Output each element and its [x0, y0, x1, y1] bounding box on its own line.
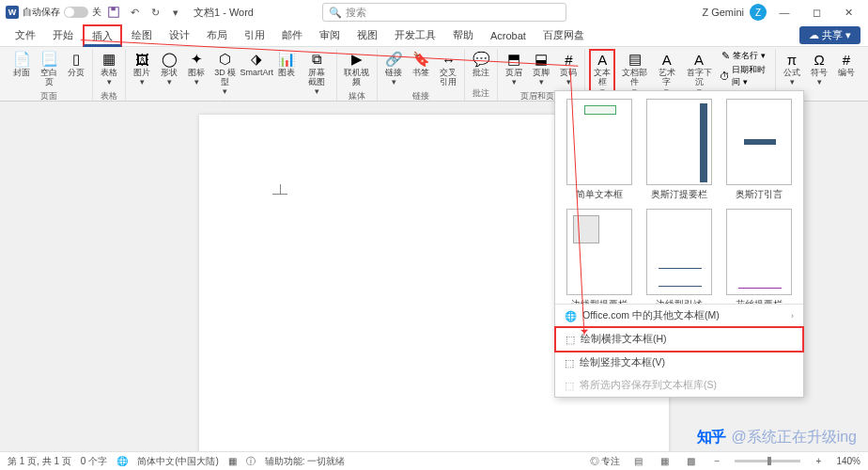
- status-accessibility[interactable]: 辅助功能: 一切就绪: [265, 455, 346, 468]
- tab-开始[interactable]: 开始: [45, 25, 81, 45]
- save-icon[interactable]: [105, 4, 122, 21]
- tab-开发工具[interactable]: 开发工具: [387, 25, 443, 45]
- text-cursor: [272, 184, 287, 201]
- status-macro-icon[interactable]: ▦: [228, 456, 237, 466]
- search-placeholder: 搜索: [346, 6, 366, 20]
- ribbon-图表[interactable]: 📊图表: [274, 49, 299, 80]
- ribbon-图标[interactable]: ✦图标▾: [184, 49, 209, 89]
- gallery-item[interactable]: 奥斯汀引言: [723, 99, 796, 201]
- status-page[interactable]: 第 1 页, 共 1 页: [8, 455, 71, 468]
- maximize-button[interactable]: ◻: [802, 3, 830, 22]
- 分页-icon: ▯: [68, 51, 85, 68]
- minimize-button[interactable]: —: [770, 3, 798, 22]
- focus-mode[interactable]: ◎ 专注: [590, 455, 621, 468]
- ribbon-批注[interactable]: 💬批注: [469, 49, 493, 80]
- tab-百度网盘[interactable]: 百度网盘: [535, 25, 592, 45]
- menu-icon: ⬚: [565, 357, 574, 368]
- gallery-menu-item[interactable]: ⬚绘制横排文本框(H): [554, 326, 804, 352]
- qat-dropdown-icon[interactable]: ▾: [167, 4, 184, 21]
- ribbon-联机视频[interactable]: ▶联机视频: [341, 49, 374, 89]
- status-words[interactable]: 0 个字: [81, 455, 107, 468]
- gallery-item[interactable]: 奥斯汀提要栏: [643, 99, 715, 201]
- ribbon-group: 💬批注批注: [465, 49, 498, 101]
- view-print-icon[interactable]: ▦: [656, 456, 673, 466]
- thumbnail: [566, 209, 632, 295]
- tab-邮件[interactable]: 邮件: [274, 25, 310, 45]
- tab-引用[interactable]: 引用: [237, 25, 272, 45]
- ribbon-页码[interactable]: #页码▾: [556, 49, 581, 89]
- 链接-icon: 🔗: [385, 51, 402, 68]
- ribbon-符号[interactable]: Ω符号▾: [807, 49, 831, 89]
- ribbon-日期和时间[interactable]: ⏱日期和时间 ▾: [718, 63, 771, 89]
- status-language[interactable]: 简体中文(中国大陆): [137, 455, 219, 468]
- ribbon-分页[interactable]: ▯分页: [64, 49, 88, 80]
- ribbon-链接[interactable]: 🔗链接▾: [381, 49, 406, 89]
- 首字下沉-icon: A: [690, 51, 707, 68]
- 屏幕截图-icon: ⧉: [308, 51, 325, 68]
- ribbon-空白页[interactable]: 📃空白页: [37, 49, 61, 89]
- 空白页-icon: 📃: [40, 51, 57, 68]
- 页眉-icon: ⬒: [505, 51, 522, 68]
- view-web-icon[interactable]: ▩: [682, 456, 699, 466]
- zoom-in-button[interactable]: +: [810, 456, 827, 466]
- autosave-state: 关: [92, 6, 101, 19]
- undo-icon[interactable]: ↶: [126, 4, 143, 21]
- 批注-icon: 💬: [473, 51, 489, 68]
- tab-审阅[interactable]: 审阅: [312, 25, 348, 45]
- ribbon-表格[interactable]: ▦表格▾: [97, 49, 121, 89]
- 页脚-icon: ⬓: [533, 51, 550, 68]
- tab-设计[interactable]: 设计: [162, 25, 197, 45]
- 3D 模型-icon: ⬡: [217, 51, 234, 68]
- 图标-icon: ✦: [188, 51, 205, 68]
- ribbon-SmartArt[interactable]: ⬗SmartArt: [241, 49, 271, 80]
- 书签-icon: 🔖: [412, 51, 429, 68]
- ribbon-封面[interactable]: 📄封面: [9, 49, 34, 80]
- gallery-menu-item[interactable]: ⬚绘制竖排文本框(V): [555, 352, 803, 374]
- tab-帮助[interactable]: 帮助: [445, 25, 481, 45]
- gallery-caption: 边线型提要栏: [571, 298, 628, 304]
- tab-插入[interactable]: 插入: [83, 24, 122, 47]
- ribbon-页眉[interactable]: ⬒页眉▾: [502, 49, 526, 89]
- zoom-slider[interactable]: [735, 460, 800, 462]
- ribbon-签名行[interactable]: ✎签名行 ▾: [718, 49, 771, 63]
- zoom-out-button[interactable]: −: [708, 456, 725, 466]
- gallery-caption: 花丝提要栏: [736, 298, 783, 304]
- 签名行-icon: ✎: [720, 51, 731, 62]
- ribbon-页脚[interactable]: ⬓页脚▾: [529, 49, 553, 89]
- tab-绘图[interactable]: 绘图: [124, 25, 160, 45]
- autosave-toggle[interactable]: 自动保存 关: [23, 6, 101, 19]
- user-account[interactable]: Z Gemini Z: [702, 4, 767, 21]
- ribbon-3D 模型[interactable]: ⬡3D 模型▾: [211, 49, 239, 99]
- tab-Acrobat[interactable]: Acrobat: [483, 27, 534, 44]
- tab-布局[interactable]: 布局: [199, 25, 235, 45]
- gallery-item[interactable]: 边线型提要栏: [563, 209, 635, 304]
- gallery-item[interactable]: 边线型引述: [643, 209, 715, 304]
- ribbon-形状[interactable]: ◯形状▾: [157, 49, 181, 89]
- ribbon-交叉引用[interactable]: ↔交叉引用: [436, 49, 460, 89]
- search-input[interactable]: 🔍 搜索: [322, 3, 566, 22]
- menu-icon: ⬚: [565, 380, 574, 391]
- close-button[interactable]: ✕: [834, 3, 862, 22]
- redo-icon[interactable]: ↻: [147, 4, 163, 21]
- ribbon-编号[interactable]: #编号: [834, 49, 859, 80]
- tab-文件[interactable]: 文件: [8, 25, 43, 45]
- ribbon-group: ▶联机视频媒体: [337, 49, 379, 101]
- document-title: 文档1 - Word: [194, 6, 254, 20]
- zoom-level[interactable]: 140%: [836, 456, 860, 466]
- 形状-icon: ◯: [161, 51, 178, 68]
- ribbon-公式[interactable]: π公式▾: [780, 49, 804, 89]
- ribbon-图片[interactable]: 🖼图片▾: [130, 49, 154, 89]
- gallery-item[interactable]: 花丝提要栏: [723, 209, 796, 304]
- gallery-item[interactable]: 简单文本框: [563, 99, 635, 201]
- view-read-icon[interactable]: ▤: [629, 456, 646, 466]
- gallery-menu-item[interactable]: 🌐Office.com 中的其他文本框(M)›: [555, 305, 803, 327]
- ribbon-书签[interactable]: 🔖书签: [409, 49, 433, 80]
- svg-rect-1: [111, 8, 115, 11]
- ribbon-屏幕截图[interactable]: ⧉屏幕截图▾: [302, 49, 332, 99]
- tab-视图[interactable]: 视图: [349, 25, 385, 45]
- ribbon-group: 🖼图片▾◯形状▾✦图标▾⬡3D 模型▾⬗SmartArt📊图表⧉屏幕截图▾插图: [126, 49, 337, 101]
- ribbon-group: 📄封面📃空白页▯分页页面: [6, 49, 93, 101]
- share-button[interactable]: ☁ 共享 ▾: [799, 26, 860, 44]
- ribbon-group: 🔗链接▾🔖书签↔交叉引用链接: [378, 49, 465, 101]
- 页码-icon: #: [560, 51, 577, 68]
